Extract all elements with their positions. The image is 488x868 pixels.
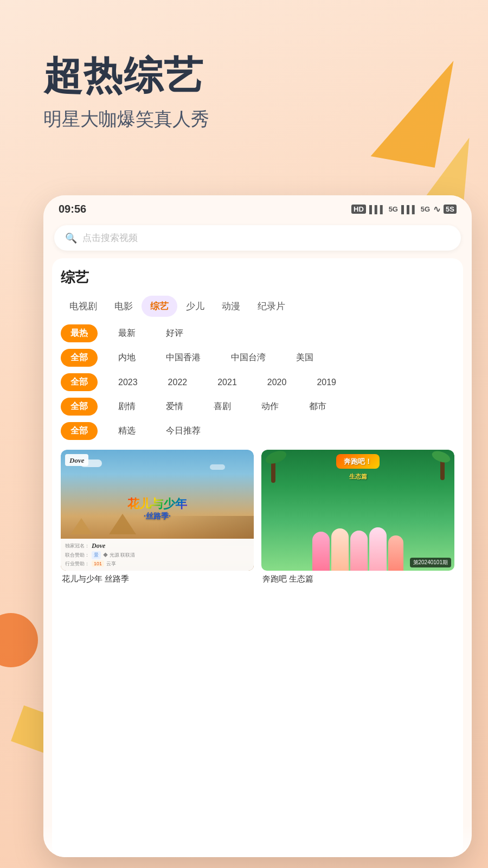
people-group: [312, 527, 403, 571]
running-title-badge: 奔跑吧！: [336, 454, 380, 469]
episode-badge: 第20240101期: [410, 558, 452, 567]
filter-new[interactable]: 最新: [108, 324, 145, 342]
filter-tw[interactable]: 中国台湾: [221, 349, 275, 367]
filter-comedy[interactable]: 喜剧: [204, 398, 241, 416]
sponsor-label-3: 行业赞助：: [65, 560, 89, 567]
dove-text: Dove: [69, 456, 84, 464]
hero-title: 超热综艺: [43, 54, 209, 97]
sponsor-logo-1: 景: [92, 551, 101, 559]
filter-row-year: 全部 2023 2022 2021 2020 2019: [61, 373, 454, 391]
sponsor-label-2: 联合赞助：: [65, 552, 89, 559]
sponsor-row-1: 独家冠名： Dove: [65, 542, 249, 550]
video-thumb-2: 奔跑吧！ 生态篇 第20240101期: [261, 450, 454, 571]
dove-sponsor: Dove: [92, 542, 105, 550]
hd-icon: HD: [351, 205, 366, 214]
filter-all-special[interactable]: 全部: [61, 422, 98, 440]
show-sub-overlay: ·丝路季·: [127, 511, 187, 521]
filter-rated[interactable]: 好评: [156, 324, 193, 342]
person-2: [331, 528, 349, 571]
filter-row-sort: 最热 最新 好评: [61, 324, 454, 342]
tab-variety[interactable]: 综艺: [142, 296, 177, 317]
filter-romance[interactable]: 爱情: [156, 398, 193, 416]
filter-2020[interactable]: 2020: [258, 374, 297, 391]
status-icons: HD ▌▌▌ 5G ▌▌▌ 5G ∿ 5S: [351, 204, 457, 214]
search-icon: 🔍: [65, 232, 77, 244]
hero-subtitle: 明星大咖爆笑真人秀: [43, 107, 209, 132]
video-grid: Dove 花儿与少年 ·丝路季· 独家冠名： Dove: [61, 450, 454, 857]
person-3: [350, 531, 368, 571]
filter-2021[interactable]: 2021: [208, 374, 247, 391]
video-label-1: 花儿与少年 丝路季: [61, 574, 254, 584]
hero-section: 超热综艺 明星大咖爆笑真人秀: [43, 54, 209, 132]
sponsor-row-2: 联合赞助： 景 ◆ 光源 联联清: [65, 551, 249, 559]
search-bar[interactable]: 🔍 点击搜索视频: [54, 225, 461, 251]
person-4: [369, 527, 387, 571]
filter-urban[interactable]: 都市: [299, 398, 336, 416]
battery-icon: 5S: [444, 205, 457, 214]
desert-bg: Dove 花儿与少年 ·丝路季· 独家冠名： Dove: [61, 450, 254, 571]
5g-label-2: 5G: [421, 205, 430, 213]
signal-icon-1: ▌▌▌: [369, 205, 386, 214]
sponsor-row-3: 行业赞助： 101 云享: [65, 560, 249, 567]
sponsor-label-1: 独家冠名：: [65, 542, 89, 550]
tab-movie[interactable]: 电影: [106, 296, 142, 317]
filter-selected[interactable]: 精选: [108, 422, 145, 440]
wifi-icon: ∿: [433, 204, 440, 214]
section-title: 综艺: [61, 268, 454, 287]
filter-today[interactable]: 今日推荐: [156, 422, 210, 440]
sponsor-section: 独家冠名： Dove 联合赞助： 景 ◆ 光源 联联清 行业赞助： 101: [61, 539, 254, 571]
palm-leaf-1: [264, 450, 288, 467]
filter-row-genre: 全部 剧情 爱情 喜剧 动作 都市: [61, 398, 454, 416]
filter-mainland[interactable]: 内地: [108, 349, 145, 367]
pyramid-1: [70, 518, 92, 534]
variety-bg: 奔跑吧！ 生态篇 第20240101期: [261, 450, 454, 571]
video-card-2[interactable]: 奔跑吧！ 生态篇 第20240101期: [261, 450, 454, 852]
filter-hk[interactable]: 中国香港: [156, 349, 210, 367]
show-title-area: 花儿与少年 ·丝路季·: [127, 497, 187, 521]
video-card-1[interactable]: Dove 花儿与少年 ·丝路季· 独家冠名： Dove: [61, 450, 254, 852]
filter-all-genre[interactable]: 全部: [61, 398, 98, 416]
running-sub: 生态篇: [349, 473, 367, 481]
category-tabs: 电视剧 电影 综艺 少儿 动漫 纪录片: [61, 296, 454, 317]
sponsor-text-2: 云享: [106, 560, 116, 567]
signal-icon-2: ▌▌▌: [401, 205, 418, 214]
cloud-2: [210, 464, 225, 470]
content-card: 综艺 电视剧 电影 综艺 少儿 动漫 纪录片 最热 最新 好评 全部 内地 中国…: [52, 258, 463, 857]
filter-all-region[interactable]: 全部: [61, 349, 98, 367]
deco-circle: [0, 613, 38, 667]
search-placeholder: 点击搜索视频: [82, 232, 138, 244]
video-label-2: 奔跑吧 生态篇: [261, 574, 454, 584]
filter-2019[interactable]: 2019: [307, 374, 346, 391]
filter-action[interactable]: 动作: [252, 398, 288, 416]
sponsor-text-1: ◆ 光源 联联清: [103, 552, 135, 559]
running-chinese: 奔跑吧！: [344, 457, 372, 465]
phone-mockup: 09:56 HD ▌▌▌ 5G ▌▌▌ 5G ∿ 5S 🔍 点击搜索视频 综艺 …: [43, 195, 472, 857]
person-5: [388, 535, 403, 571]
sponsor-logo-2: 101: [92, 560, 104, 567]
filter-us[interactable]: 美国: [286, 349, 323, 367]
video-thumb-1: Dove 花儿与少年 ·丝路季· 独家冠名： Dove: [61, 450, 254, 571]
status-bar: 09:56 HD ▌▌▌ 5G ▌▌▌ 5G ∿ 5S: [43, 195, 472, 220]
filter-2022[interactable]: 2022: [158, 374, 197, 391]
filter-2023[interactable]: 2023: [108, 374, 147, 391]
5g-label-1: 5G: [389, 205, 398, 213]
show-name-overlay: 花儿与少年: [127, 497, 187, 511]
filter-drama[interactable]: 剧情: [108, 398, 145, 416]
tab-anime[interactable]: 动漫: [213, 296, 249, 317]
person-1: [312, 532, 330, 571]
filter-row-special: 全部 精选 今日推荐: [61, 422, 454, 440]
tab-documentary[interactable]: 纪录片: [249, 296, 294, 317]
tab-kids[interactable]: 少儿: [177, 296, 213, 317]
tab-tv[interactable]: 电视剧: [61, 296, 106, 317]
status-time: 09:56: [59, 203, 86, 215]
dove-brand-badge: Dove: [65, 454, 88, 466]
filter-all-year[interactable]: 全部: [61, 373, 98, 391]
filter-hot[interactable]: 最热: [61, 324, 98, 342]
filter-row-region: 全部 内地 中国香港 中国台湾 美国: [61, 349, 454, 367]
